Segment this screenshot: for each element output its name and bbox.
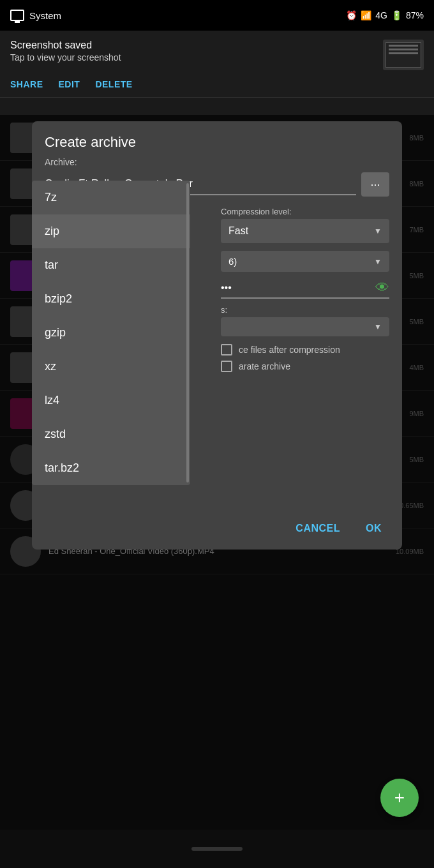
checkbox-section: ce files after compression arate archive: [221, 344, 389, 372]
format-option-gzip[interactable]: gzip: [32, 316, 190, 350]
format-dropdown-container: 7z zip tar bzip2 gzip xz lz4 zstd tar.bz…: [45, 219, 213, 500]
edit-button[interactable]: EDIT: [59, 79, 80, 89]
archive-name-more-button[interactable]: ···: [361, 172, 389, 197]
format-compression-row: Archive format: 7z zip tar bzip2 gzip xz…: [45, 207, 389, 500]
notification-bar[interactable]: Screenshot saved Tap to view your screen…: [0, 31, 434, 98]
dialog-overlay: Create archive Archive: ··· Archive form…: [0, 115, 434, 868]
encrypt-level-value: 6): [228, 256, 237, 267]
ok-button[interactable]: OK: [358, 518, 389, 539]
share-button[interactable]: SHARE: [10, 79, 43, 89]
notification-title: Screenshot saved: [10, 40, 121, 51]
add-fab[interactable]: +: [380, 779, 419, 817]
format-option-xz[interactable]: xz: [32, 350, 190, 384]
delete-files-label: ce files after compression: [239, 345, 340, 355]
format-dropdown[interactable]: 7z zip tar bzip2 gzip xz lz4 zstd tar.bz…: [32, 181, 190, 485]
dialog-body: Archive: ··· Archive format: 7z zip: [32, 157, 402, 500]
separate-archive-row: arate archive: [221, 361, 389, 372]
split-label: s:: [221, 305, 389, 315]
separate-archive-checkbox[interactable]: [221, 361, 232, 372]
format-option-zstd[interactable]: zstd: [32, 417, 190, 451]
notification-content: Screenshot saved Tap to view your screen…: [10, 40, 424, 70]
format-column: Archive format: 7z zip tar bzip2 gzip xz…: [45, 207, 213, 500]
dialog-title: Create archive: [32, 121, 402, 157]
delete-files-checkbox[interactable]: [221, 344, 232, 355]
split-chevron-icon: ▼: [374, 322, 382, 331]
thumb-line-2: [389, 49, 418, 50]
alarm-icon: ⏰: [346, 10, 357, 20]
status-right: ⏰ 📶 4G 🔋 87%: [346, 10, 424, 20]
battery-label: 87%: [406, 10, 424, 20]
cancel-button[interactable]: CANCEL: [288, 518, 348, 539]
status-bar: System ⏰ 📶 4G 🔋 87%: [0, 0, 434, 31]
password-row: 👁: [221, 278, 389, 299]
notification-subtitle: Tap to view your screenshot: [10, 52, 121, 63]
notification-actions: SHARE EDIT DELETE: [10, 79, 424, 89]
format-scrollbar[interactable]: [186, 183, 189, 483]
status-left: System: [10, 10, 61, 21]
format-option-tar[interactable]: tar: [32, 248, 190, 282]
thumb-line-1: [389, 45, 418, 47]
compression-column: Compression level: Fast ▼ 6) ▼: [221, 207, 389, 377]
split-dropdown[interactable]: ▼: [221, 317, 389, 336]
encryption-section: 6) ▼ 👁 s: ▼: [221, 251, 389, 372]
delete-button[interactable]: DELETE: [95, 79, 132, 89]
compression-value: Fast: [228, 225, 248, 237]
format-option-lz4[interactable]: lz4: [32, 384, 190, 417]
format-option-tarbz2[interactable]: tar.bz2: [32, 451, 190, 485]
screenshot-thumbnail: [383, 40, 424, 70]
split-row: s: ▼: [221, 305, 389, 336]
dialog-actions: CANCEL OK: [32, 507, 402, 550]
screen-icon: [10, 10, 24, 21]
format-option-7z[interactable]: 7z: [32, 181, 190, 214]
encryption-level-dropdown[interactable]: 6) ▼: [221, 251, 389, 272]
compression-chevron-icon: ▼: [374, 227, 382, 236]
delete-files-row: ce files after compression: [221, 344, 389, 355]
separate-archive-label: arate archive: [239, 361, 290, 371]
more-icon: ···: [370, 178, 380, 191]
thumb-line-3: [389, 52, 418, 54]
battery-icon: 🔋: [391, 10, 402, 20]
network-label: 4G: [375, 10, 387, 20]
app-name: System: [29, 10, 61, 21]
eye-icon[interactable]: 👁: [375, 280, 389, 296]
create-archive-dialog: Create archive Archive: ··· Archive form…: [32, 121, 402, 550]
compression-label: Compression level:: [221, 207, 389, 216]
format-option-bzip2[interactable]: bzip2: [32, 282, 190, 316]
thumb-inner: [385, 42, 421, 68]
encrypt-level-chevron-icon: ▼: [374, 257, 382, 266]
format-option-zip[interactable]: zip: [32, 214, 190, 248]
compression-dropdown[interactable]: Fast ▼: [221, 219, 389, 243]
archive-label: Archive:: [45, 157, 389, 167]
signal-icon: 📶: [361, 10, 371, 20]
password-input[interactable]: [221, 278, 375, 297]
notification-text: Screenshot saved Tap to view your screen…: [10, 40, 121, 63]
